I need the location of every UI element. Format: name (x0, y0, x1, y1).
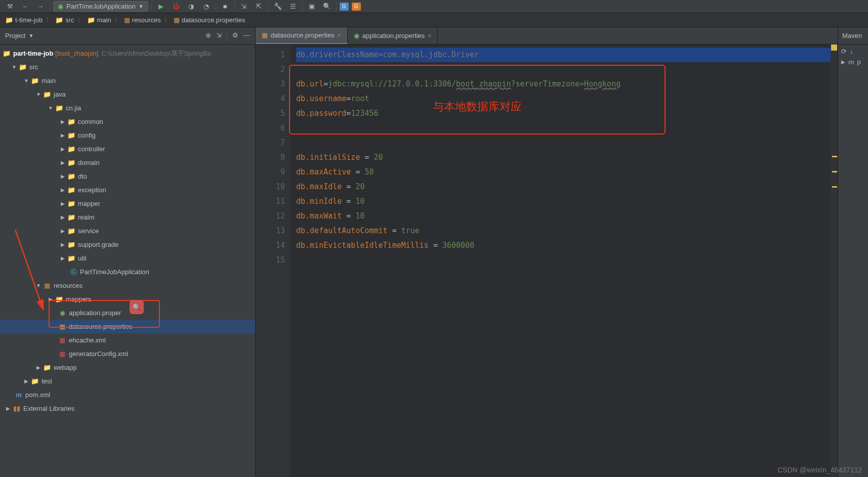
tree-main[interactable]: ▼📁main (0, 74, 255, 88)
window-icon[interactable]: ▣ (306, 2, 318, 12)
gear-icon[interactable]: ⚙ (232, 31, 238, 40)
tree-pkg[interactable]: ▶📁exception (0, 183, 255, 197)
maven-project-row[interactable]: ▶mp (841, 58, 865, 66)
line-number: 9 (256, 165, 285, 180)
debug-icon[interactable]: 🐞 (170, 2, 182, 12)
class-icon: ⓒ (69, 268, 78, 277)
tree-pkg[interactable]: ▶📁controller (0, 142, 255, 156)
package-icon: 📁 (67, 145, 76, 153)
crumb-main[interactable]: 📁main (85, 16, 113, 24)
maven-module-icon: m (848, 58, 854, 66)
locate-icon[interactable]: ⊕ (205, 31, 211, 40)
tree-pkg[interactable]: ▶📁common (0, 115, 255, 128)
run-config-dropdown[interactable]: ◉ PartTimeJobApplication ▼ (53, 1, 148, 12)
tree-pkg[interactable]: ▶📁dto (0, 169, 255, 183)
package-icon: 📁 (67, 241, 76, 248)
chevron-down-icon: ▼ (10, 64, 18, 70)
crumb-resources[interactable]: ▦resources (122, 16, 163, 24)
project-panel-header: Project ▼ ⊕ ⇲ ⚙ — (0, 27, 255, 45)
run-icon[interactable]: ▶ (155, 2, 167, 12)
back-icon[interactable]: ← (19, 2, 31, 12)
expand-all-icon[interactable]: ⇲ (216, 31, 222, 40)
tree-resources[interactable]: ▼▦resources (0, 279, 255, 292)
folder-icon: 📁 (30, 377, 39, 385)
web-folder-icon: 📁 (43, 364, 52, 371)
tree-root[interactable]: 📁 part-time-job [boot_zhaopin] C:\Users\… (0, 47, 255, 60)
hammer-icon[interactable]: ⚒ (4, 2, 16, 12)
tree-pkg[interactable]: ▶📁util (0, 251, 255, 265)
wrench-icon[interactable]: 🔧 (272, 2, 284, 12)
line-number: 13 (256, 224, 285, 238)
breadcrumbs: 📁t-time-job 〉 📁src 〉 📁main 〉 ▦resources … (0, 13, 868, 27)
tree-pkg-root[interactable]: ▼📁cn.jia (0, 101, 255, 115)
chevron-right-icon: ▶ (59, 242, 67, 247)
tree-ext-libs[interactable]: ▶▮▮External Libraries (0, 402, 255, 415)
stop-icon[interactable]: ■ (219, 2, 231, 12)
folder-icon: 📁 (30, 77, 39, 84)
line-number: 4 (256, 92, 285, 106)
tree-pkg[interactable]: ▶📁mapper (0, 197, 255, 210)
chevron-right-icon: ▶ (59, 201, 67, 206)
code-content[interactable]: db.driverClassName=com.mysql.jdbc.Driver… (291, 45, 831, 477)
tree-src[interactable]: ▼📁src (0, 60, 255, 74)
properties-file-icon: ◉ (58, 309, 67, 317)
crumb-file[interactable]: ▦datasource.properties (172, 16, 247, 24)
tree-pkg[interactable]: ▶📁realm (0, 210, 255, 224)
chevron-right-icon: ▶ (59, 146, 67, 152)
package-icon: 📁 (67, 118, 76, 125)
package-icon: 📁 (67, 254, 76, 262)
chevron-down-icon[interactable]: ▼ (28, 33, 33, 38)
chevron-right-icon: ▶ (59, 228, 67, 234)
warning-marker-icon (831, 45, 837, 51)
vcs-commit-icon[interactable]: ⇱ (253, 2, 265, 12)
google-translate-blue-icon[interactable]: G (340, 3, 349, 11)
tab-application[interactable]: ◉ application.properties × (348, 27, 438, 44)
chevron-right-icon: ▶ (59, 187, 67, 193)
tree-pkg[interactable]: ▶📁domain (0, 156, 255, 169)
maven-reload-row[interactable]: ⟳↓ (841, 48, 865, 55)
chevron-right-icon: ▶ (34, 365, 43, 370)
search-everywhere-icon[interactable]: 🔍 (321, 2, 333, 12)
google-translate-orange-icon[interactable]: G (352, 3, 361, 11)
structure-icon[interactable]: ☰ (287, 2, 299, 12)
chevron-right-icon: ▶ (4, 406, 12, 411)
line-number: 15 (256, 253, 285, 268)
close-icon[interactable]: × (338, 32, 341, 39)
minimize-icon[interactable]: — (243, 31, 250, 40)
tab-datasource[interactable]: ▦ datasource.properties × (256, 27, 348, 44)
tree-test[interactable]: ▶📁test (0, 374, 255, 388)
tree-mappers[interactable]: ▶📁mappers (0, 292, 255, 306)
chevron-right-icon: ▶ (59, 214, 67, 220)
code-editor[interactable]: 123456789101112131415 db.driverClassName… (256, 45, 838, 477)
tree-java[interactable]: ▼📁java (0, 88, 255, 101)
tree-file-datasource[interactable]: ▦datasource.properties (0, 320, 255, 333)
watermark: CSDN @weixin_46437112 (777, 466, 862, 474)
tree-pkg[interactable]: ▶📁config (0, 128, 255, 142)
tree-app-class[interactable]: ⓒPartTimeJobApplication (0, 265, 255, 279)
editor-markers (831, 45, 838, 477)
properties-file-icon: ▦ (58, 323, 67, 330)
reload-icon: ⟳ (841, 48, 847, 55)
marker-icon (832, 186, 837, 188)
tree-file-generator[interactable]: ▦generatorConfig.xml (0, 347, 255, 361)
line-number: 3 (256, 77, 285, 92)
tree-file-application[interactable]: ◉application.proper (0, 306, 255, 320)
chevron-right-icon: ▶ (22, 378, 30, 384)
crumb-src[interactable]: 📁src (53, 16, 76, 24)
close-icon[interactable]: × (428, 32, 431, 39)
crumb-project[interactable]: 📁t-time-job (3, 16, 45, 24)
vcs-update-icon[interactable]: ⇲ (238, 2, 250, 12)
profile-icon[interactable]: ◔ (200, 2, 213, 12)
forward-icon[interactable]: → (34, 2, 47, 12)
line-number: 12 (256, 209, 285, 224)
tree-pkg[interactable]: ▶📁service (0, 224, 255, 238)
line-gutter: 123456789101112131415 (256, 45, 291, 477)
tree-pkg[interactable]: ▶📁support.grade (0, 238, 255, 251)
tree-file-ehcache[interactable]: ▦ehcache.xml (0, 333, 255, 347)
line-number: 1 (256, 48, 285, 62)
chevron-down-icon: ▼ (34, 283, 43, 288)
tree-webapp[interactable]: ▶📁webapp (0, 361, 255, 374)
tree-pom[interactable]: mpom.xml (0, 388, 255, 402)
package-icon: 📁 (67, 227, 76, 235)
coverage-icon[interactable]: ◑ (185, 2, 197, 12)
